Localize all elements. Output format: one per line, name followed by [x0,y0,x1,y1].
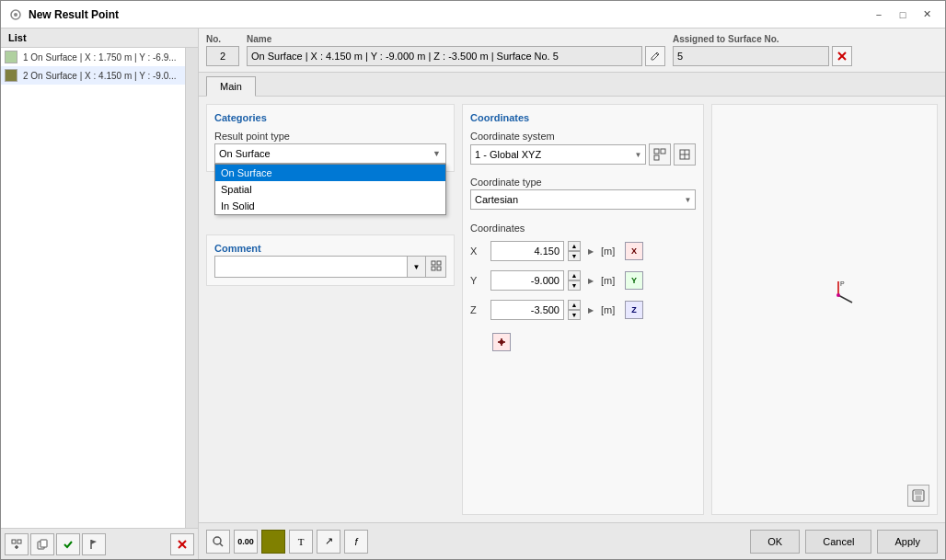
coord-system-btn2[interactable] [674,143,696,166]
bottom-tool-color[interactable] [261,530,285,554]
extra-action-row [492,333,696,351]
comment-edit-btn[interactable] [425,257,445,277]
svg-point-35 [213,537,221,544]
coord-system-select[interactable]: 1 - Global XYZ [470,144,646,165]
right-panel: No. Name Assigned to Surface No. [199,29,945,559]
svg-point-30 [836,293,840,297]
apply-button[interactable]: Apply [877,530,938,554]
viewport-point-marker: P [820,277,857,316]
list-item[interactable]: 1 On Surface | X : 1.750 m | Y : -6.9... [1,48,185,66]
coord-system-dropdown: 1 - Global XYZ ▼ [470,144,646,165]
coord-y-row: Y ▲ ▼ ▶ [m] Y [470,270,696,291]
list-item[interactable]: 2 On Surface | X : 4.150 m | Y : -9.0... [1,66,185,85]
bottom-tool-search[interactable] [206,530,230,554]
window-controls: − □ ✕ [868,6,938,24]
surface-clear-btn[interactable] [832,46,852,66]
list-scrollbar[interactable] [185,48,198,528]
surface-field: Assigned to Surface No. [673,34,938,66]
list-toolbar [1,528,198,559]
maximize-button[interactable]: □ [892,6,914,24]
coordinates-title: Coordinates [470,112,696,123]
coord-type-select[interactable]: Cartesian [470,189,696,210]
cancel-button[interactable]: Cancel [805,530,871,554]
svg-rect-34 [916,496,921,500]
dialog-buttons: OK Cancel Apply [750,530,938,554]
tab-main[interactable]: Main [206,76,256,97]
dropdown-option-in-solid[interactable]: In Solid [215,198,445,214]
surface-label: Assigned to Surface No. [673,34,938,44]
coord-y-input[interactable] [490,270,564,291]
dropdown-option-on-surface[interactable]: On Surface [215,165,445,181]
coord-z-row: Z ▲ ▼ ▶ [m] Z [470,300,696,320]
ok-button[interactable]: OK [750,530,800,554]
comment-dropdown-btn[interactable]: ▼ [407,257,425,277]
coord-z-input[interactable] [490,300,564,320]
svg-marker-9 [91,540,97,544]
main-content: List 1 On Surface | X : 1.750 m | Y : -6… [1,29,945,559]
coord-y-down[interactable]: ▼ [568,280,581,291]
svg-line-29 [838,295,852,303]
coord-y-stepper: ▲ ▼ [568,270,581,291]
bottom-tool-value[interactable]: 0.00 [234,530,258,554]
dropdown-list: On Surface Spatial In Solid [214,164,446,215]
result-point-type-label: Result point type [214,131,446,142]
tab-bar: Main [199,73,945,97]
copy-point-btn[interactable] [30,533,54,555]
dropdown-selected-value[interactable]: On Surface ▼ [214,143,446,164]
coord-system-btn1[interactable] [649,143,671,166]
coord-z-stepper: ▲ ▼ [568,300,581,320]
dropdown-option-spatial[interactable]: Spatial [215,181,445,198]
coord-y-up[interactable]: ▲ [568,270,581,280]
name-label: Name [247,34,665,44]
coord-x-unit: [m] [601,246,619,257]
item-color-1 [5,51,17,63]
bottom-tools: 0.00 T ↗ f [206,530,368,554]
result-point-type-field: Result point type On Surface ▼ On Surfac… [214,131,446,164]
viewport-area: P [711,104,939,515]
coord-x-action-btn[interactable]: X [625,242,643,260]
list-header: List [1,29,198,48]
minimize-button[interactable]: − [868,6,890,24]
add-point-btn[interactable] [5,533,29,555]
coord-x-stepper: ▲ ▼ [568,241,581,261]
flag-point-btn[interactable] [82,533,106,555]
app-icon [8,7,23,22]
viewport-save-btn[interactable] [907,485,929,507]
coord-x-up[interactable]: ▲ [568,241,581,251]
coord-z-down[interactable]: ▼ [568,310,581,320]
item-color-2 [5,69,17,82]
bottom-tool-function[interactable]: f [344,530,368,554]
svg-line-36 [220,543,223,546]
svg-rect-18 [437,267,441,270]
coord-z-up[interactable]: ▲ [568,300,581,310]
pick-point-btn[interactable] [492,333,511,351]
viewport-save-btn-wrap [907,485,929,507]
surface-input[interactable] [673,46,829,66]
coord-y-arrow: ▶ [588,277,594,285]
coord-z-action-btn[interactable]: Z [625,301,643,319]
bottom-tool-text[interactable]: T [289,530,313,554]
name-field: Name [247,34,665,66]
svg-rect-7 [40,540,47,547]
name-input[interactable] [247,46,642,66]
list-container[interactable]: 1 On Surface | X : 1.750 m | Y : -6.9...… [1,48,185,528]
delete-point-btn[interactable] [170,533,194,555]
bottom-tool-arrow[interactable]: ↗ [317,530,340,554]
coord-x-label: X [470,246,485,257]
no-input[interactable] [206,46,239,66]
coord-x-input[interactable] [490,241,564,261]
coord-type-label: Coordinate type [470,177,696,188]
result-point-type-dropdown[interactable]: On Surface ▼ On Surface Spatial In Solid [214,143,446,164]
comment-input-wrap: ▼ [214,256,446,278]
coord-y-action-btn[interactable]: Y [625,271,643,290]
check-point-btn[interactable] [56,533,80,555]
tab-content: Categories Result point type On Surface … [199,97,945,522]
comment-input[interactable] [215,261,407,272]
close-button[interactable]: ✕ [916,6,938,24]
comment-title: Comment [214,243,446,254]
coord-y-label: Y [470,275,485,286]
list-item-text-2: 2 On Surface | X : 4.150 m | Y : -9.0... [23,71,177,81]
name-edit-btn[interactable] [645,46,665,66]
coord-type-group: Coordinate type Cartesian ▼ [470,177,696,210]
coord-x-down[interactable]: ▼ [568,251,581,261]
